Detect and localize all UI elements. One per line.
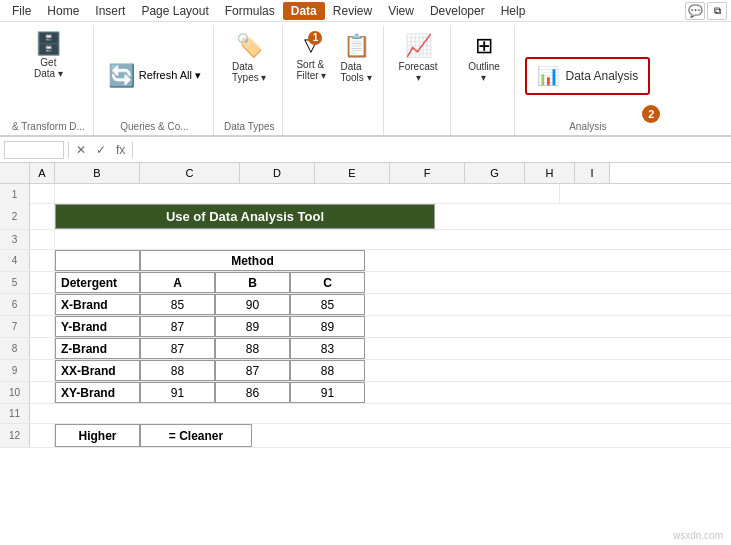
refresh-all-button[interactable]: 🔄 Refresh All ▾	[104, 61, 205, 91]
menu-pagelayout[interactable]: Page Layout	[133, 2, 216, 20]
row-12-num: 12	[0, 424, 30, 447]
row6-brand[interactable]: X-Brand	[55, 294, 140, 315]
restore-icon[interactable]: ⧉	[707, 2, 727, 20]
comment-icon[interactable]: 💬	[685, 2, 705, 20]
col-i-header[interactable]: I	[575, 163, 610, 183]
row10-a[interactable]: 91	[140, 382, 215, 403]
col-b-header-cell[interactable]: B	[215, 272, 290, 293]
col-c-header[interactable]: C	[140, 163, 240, 183]
confirm-formula-icon[interactable]: ✓	[93, 143, 109, 157]
sort-filter-label: Sort &Filter ▾	[296, 59, 326, 81]
row7-brand[interactable]: Y-Brand	[55, 316, 140, 337]
col-h-header[interactable]: H	[525, 163, 575, 183]
menu-formulas[interactable]: Formulas	[217, 2, 283, 20]
analysis-badge: 2	[642, 105, 660, 123]
cell-a4[interactable]	[30, 250, 55, 271]
sort-filter-group: ▽ 1 Sort &Filter ▾ 📋 DataTools ▾	[285, 26, 383, 135]
row-6: 6 X-Brand 85 90 85	[0, 294, 731, 316]
cell-rest-4[interactable]	[365, 250, 731, 271]
row-12: 12 Higher = Cleaner	[0, 424, 731, 448]
row8-b[interactable]: 88	[215, 338, 290, 359]
row10-b[interactable]: 86	[215, 382, 290, 403]
row9-c[interactable]: 88	[290, 360, 365, 381]
cell-reference[interactable]: K26	[4, 141, 64, 159]
cell-b1[interactable]	[55, 184, 560, 203]
menu-developer[interactable]: Developer	[422, 2, 493, 20]
row6-b[interactable]: 90	[215, 294, 290, 315]
col-a-header-cell[interactable]: A	[140, 272, 215, 293]
cell-rest-2[interactable]	[435, 204, 731, 229]
note-key[interactable]: Higher	[55, 424, 140, 447]
detergent-header[interactable]: Detergent	[55, 272, 140, 293]
sort-filter-button[interactable]: ▽ 1 Sort &Filter ▾	[291, 30, 331, 84]
data-types-label: DataTypes ▾	[232, 61, 266, 83]
row6-a[interactable]: 85	[140, 294, 215, 315]
col-a-header[interactable]: A	[30, 163, 55, 183]
row6-c[interactable]: 85	[290, 294, 365, 315]
formula-divider2	[132, 142, 133, 158]
cancel-formula-icon[interactable]: ✕	[73, 143, 89, 157]
data-types-icon: 🏷️	[236, 33, 263, 59]
row10-brand[interactable]: XY-Brand	[55, 382, 140, 403]
menu-file[interactable]: File	[4, 2, 39, 20]
insert-function-icon[interactable]: fx	[113, 143, 128, 157]
get-transform-label: & Transform D...	[12, 121, 85, 135]
col-g-header[interactable]: G	[465, 163, 525, 183]
row9-a[interactable]: 88	[140, 360, 215, 381]
data-tools-button[interactable]: 📋 DataTools ▾	[335, 30, 376, 86]
menu-view[interactable]: View	[380, 2, 422, 20]
note-value[interactable]: = Cleaner	[140, 424, 252, 447]
formula-input[interactable]	[137, 141, 727, 159]
col-f-header[interactable]: F	[390, 163, 465, 183]
forecast-button[interactable]: 📈 Forecast▾	[394, 30, 443, 86]
row8-brand[interactable]: Z-Brand	[55, 338, 140, 359]
data-tools-icon: 📋	[343, 33, 370, 59]
col-e-header[interactable]: E	[315, 163, 390, 183]
cell-a1[interactable]	[30, 184, 55, 203]
row-1-num: 1	[0, 184, 30, 204]
col-d-header[interactable]: D	[240, 163, 315, 183]
row8-c[interactable]: 83	[290, 338, 365, 359]
row-4: 4 Method	[0, 250, 731, 272]
menu-home[interactable]: Home	[39, 2, 87, 20]
cell-a5[interactable]	[30, 272, 55, 293]
forecast-icon: 📈	[405, 33, 432, 59]
row-8: 8 Z-Brand 87 88 83	[0, 338, 731, 360]
col-b-header[interactable]: B	[55, 163, 140, 183]
data-analysis-button[interactable]: 📊 Data Analysis	[525, 57, 650, 95]
forecast-label: Forecast▾	[399, 61, 438, 83]
refresh-icon: 🔄	[108, 63, 135, 89]
row-3-num: 3	[0, 230, 30, 249]
cell-a2[interactable]	[30, 204, 55, 229]
row10-c[interactable]: 91	[290, 382, 365, 403]
cell-b4[interactable]	[55, 250, 140, 271]
col-c-header-cell[interactable]: C	[290, 272, 365, 293]
menu-review[interactable]: Review	[325, 2, 380, 20]
method-header-cell[interactable]: Method	[140, 250, 365, 271]
sort-badge: 1	[308, 31, 322, 45]
title-cell[interactable]: Use of Data Analysis Tool	[55, 204, 435, 229]
row-4-num: 4	[0, 250, 30, 271]
cell-a3[interactable]	[30, 230, 55, 249]
data-tools-label: DataTools ▾	[340, 61, 371, 83]
cell-b3[interactable]	[55, 230, 731, 249]
menu-help[interactable]: Help	[493, 2, 534, 20]
row7-b[interactable]: 89	[215, 316, 290, 337]
menu-insert[interactable]: Insert	[87, 2, 133, 20]
get-data-button[interactable]: 🗄️ GetData ▾	[26, 30, 71, 82]
outline-label: Outline▾	[468, 61, 500, 83]
outline-group: ⊞ Outline▾	[453, 26, 515, 135]
data-types-button[interactable]: 🏷️ DataTypes ▾	[227, 30, 271, 86]
menu-data[interactable]: Data	[283, 2, 325, 20]
row9-b[interactable]: 87	[215, 360, 290, 381]
row7-a[interactable]: 87	[140, 316, 215, 337]
sort-filter-icon: ▽ 1	[304, 33, 318, 55]
row7-c[interactable]: 89	[290, 316, 365, 337]
row-2: 2 Use of Data Analysis Tool	[0, 204, 731, 230]
data-analysis-label: Data Analysis	[565, 69, 638, 83]
row9-brand[interactable]: XX-Brand	[55, 360, 140, 381]
row-5: 5 Detergent A B C	[0, 272, 731, 294]
row8-a[interactable]: 87	[140, 338, 215, 359]
cell-rest-5[interactable]	[365, 272, 731, 293]
outline-button[interactable]: ⊞ Outline▾	[461, 30, 506, 86]
